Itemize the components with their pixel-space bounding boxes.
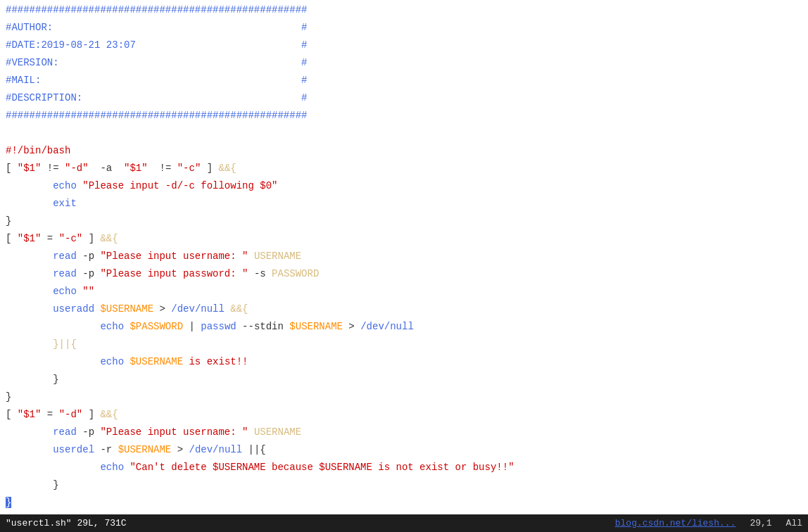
line-13: }	[6, 213, 802, 230]
line-14: [ "$1" = "-c" ] &&{	[6, 230, 802, 248]
line-5: #MAIL: #	[6, 72, 802, 89]
editor-window: ########################################…	[0, 0, 808, 532]
line-9: #!/bin/bash	[6, 142, 802, 160]
line-17: echo ""	[6, 283, 802, 300]
line-26: userdel -r $USERNAME > /dev/null ||{	[6, 441, 802, 459]
line-29: }	[6, 494, 802, 512]
line-10: [ "$1" != "-d" -a "$1" != "-c" ] &&{	[6, 160, 802, 177]
line-2: #AUTHOR: #	[6, 19, 802, 37]
line-20: }||{	[6, 336, 802, 353]
status-file-info: "userctl.sh" 29L, 731C	[6, 514, 127, 532]
line-23: }	[6, 388, 802, 406]
line-19: echo $PASSWORD | passwd --stdin $USERNAM…	[6, 318, 802, 336]
line-21: echo $USERNAME is exist!!	[6, 353, 802, 371]
line-22: }	[6, 371, 802, 388]
line-6: #DESCRIPTION: #	[6, 89, 802, 107]
line-18: useradd $USERNAME > /dev/null &&{	[6, 300, 802, 318]
line-11: echo "Please input -d/-c following $0"	[6, 177, 802, 195]
cursor-position: 29,1	[750, 514, 771, 532]
filename-label: "userctl.sh"	[6, 518, 72, 528]
status-bar: "userctl.sh" 29L, 731C blog.csdn.net/lie…	[0, 514, 808, 532]
line-27: echo "Can't delete $USERNAME because $US…	[6, 459, 802, 476]
line-3: #DATE:2019-08-21 23:07 #	[6, 37, 802, 54]
line-12: exit	[6, 195, 802, 213]
scroll-position: All	[786, 514, 802, 532]
code-editor[interactable]: ########################################…	[0, 0, 808, 514]
line-16: read -p "Please input password: " -s PAS…	[6, 265, 802, 283]
line-7: ########################################…	[6, 107, 802, 125]
line-8	[6, 125, 802, 142]
line-25: read -p "Please input username: " USERNA…	[6, 424, 802, 441]
line-28: }	[6, 476, 802, 494]
code-content: ########################################…	[0, 0, 808, 513]
line-24: [ "$1" = "-d" ] &&{	[6, 406, 802, 424]
line-1: ########################################…	[6, 1, 802, 19]
line-15: read -p "Please input username: " USERNA…	[6, 248, 802, 265]
lines-info: 29L, 731C	[77, 518, 126, 528]
line-4: #VERSION: #	[6, 54, 802, 72]
status-url: blog.csdn.net/liesh...	[615, 514, 736, 532]
